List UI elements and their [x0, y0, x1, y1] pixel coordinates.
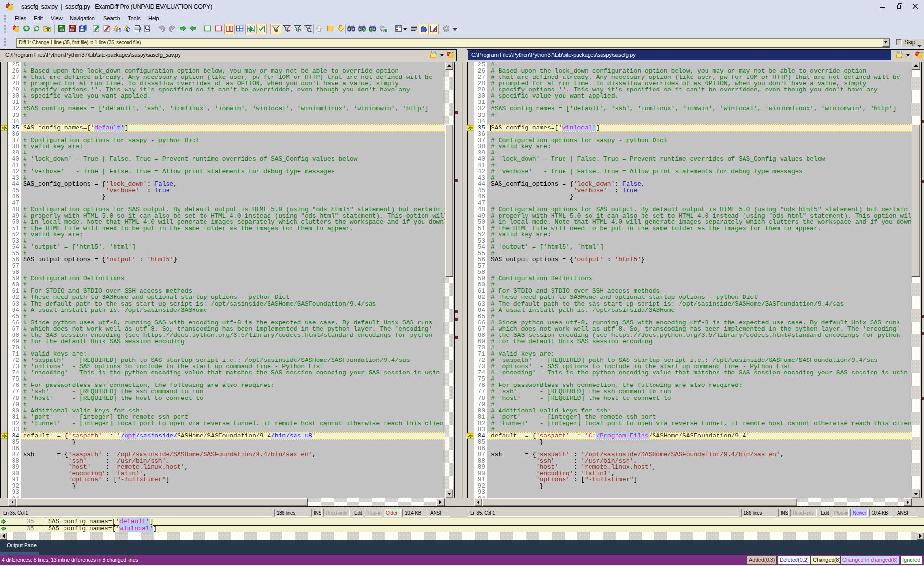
svg-text:AB: AB	[383, 29, 387, 32]
svg-text:AB: AB	[380, 25, 385, 28]
